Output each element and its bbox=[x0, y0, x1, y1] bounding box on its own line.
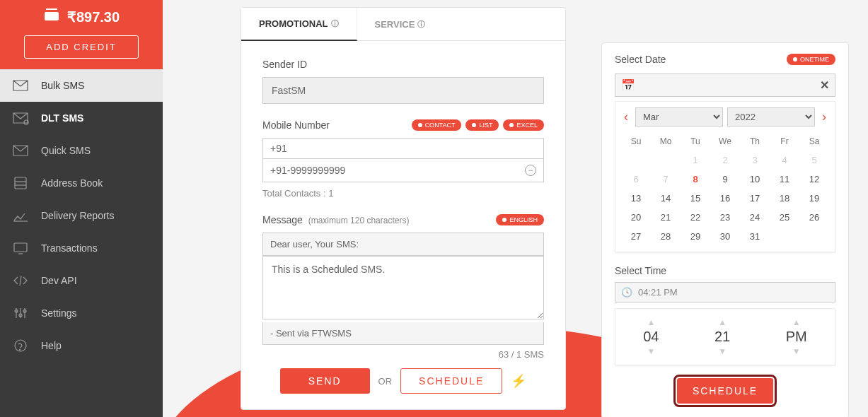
calendar-day[interactable]: 5 bbox=[799, 151, 829, 170]
calendar-day[interactable]: 20 bbox=[621, 208, 651, 227]
time-display[interactable]: 🕓 04:21 PM bbox=[615, 282, 835, 303]
chart-icon bbox=[11, 208, 30, 223]
calendar-day[interactable]: 24 bbox=[740, 208, 770, 227]
mobile-label: Mobile Number bbox=[262, 119, 330, 131]
calendar-day[interactable]: 9 bbox=[710, 170, 740, 189]
sender-id-label: Sender ID bbox=[262, 59, 307, 70]
envelope-icon bbox=[11, 143, 30, 158]
calendar-day[interactable]: 13 bbox=[621, 189, 651, 208]
calendar-day[interactable]: 16 bbox=[710, 189, 740, 208]
svg-point-0 bbox=[54, 16, 56, 18]
calendar-day[interactable]: 12 bbox=[799, 170, 829, 189]
calendar-day[interactable]: 30 bbox=[710, 227, 740, 246]
calendar-day[interactable]: 31 bbox=[740, 227, 770, 246]
calendar-dow: Sa bbox=[799, 132, 829, 151]
message-textarea[interactable] bbox=[262, 256, 544, 319]
calendar-dow: Fr bbox=[770, 132, 799, 151]
prev-month-icon[interactable]: ‹ bbox=[621, 110, 631, 124]
nav-quick-sms[interactable]: Quick SMS bbox=[0, 134, 163, 167]
calendar-day[interactable]: 19 bbox=[799, 189, 829, 208]
bolt-icon[interactable]: ⚡ bbox=[511, 373, 526, 389]
tab-label: SERVICE bbox=[375, 19, 415, 30]
next-month-icon[interactable]: › bbox=[819, 110, 829, 124]
calendar-dow: Su bbox=[621, 132, 651, 151]
calendar-day[interactable]: 3 bbox=[740, 151, 770, 170]
calendar-dow: Mo bbox=[651, 132, 681, 151]
time-value: 04:21 PM bbox=[638, 287, 678, 298]
info-icon: ⓘ bbox=[417, 19, 425, 30]
calendar-day[interactable]: 18 bbox=[770, 189, 799, 208]
calendar-day[interactable]: 7 bbox=[651, 170, 681, 189]
calendar-day bbox=[651, 151, 681, 170]
tabs: PROMOTIONALⓘ SERVICEⓘ bbox=[241, 8, 565, 41]
clear-date-icon[interactable]: ✕ bbox=[820, 78, 829, 92]
onetime-pill[interactable]: ONETIME bbox=[787, 54, 835, 65]
ampm-down-icon[interactable]: ▼ bbox=[792, 346, 801, 356]
date-input[interactable]: 📅 ✕ bbox=[615, 74, 835, 97]
ampm-up-icon[interactable]: ▲ bbox=[792, 317, 801, 327]
nav-transactions[interactable]: Transactions bbox=[0, 232, 163, 264]
confirm-schedule-button[interactable]: SCHEDULE bbox=[677, 378, 773, 404]
clock-icon: 🕓 bbox=[621, 287, 632, 298]
wallet-icon bbox=[43, 7, 60, 27]
calendar-day[interactable]: 2 bbox=[710, 151, 740, 170]
calendar-day[interactable]: 14 bbox=[651, 189, 681, 208]
send-button[interactable]: SEND bbox=[280, 368, 370, 394]
calendar-day[interactable]: 17 bbox=[740, 189, 770, 208]
tab-service[interactable]: SERVICEⓘ bbox=[357, 8, 444, 40]
calendar-dow: Tu bbox=[681, 132, 710, 151]
minute-up-icon[interactable]: ▲ bbox=[718, 317, 727, 327]
nav-delivery-reports[interactable]: Delivery Reports bbox=[0, 199, 163, 232]
nav-help[interactable]: Help bbox=[0, 329, 163, 362]
nav-label: Dev API bbox=[41, 275, 77, 286]
nav-address-book[interactable]: Address Book bbox=[0, 167, 163, 199]
calendar-day[interactable]: 1 bbox=[681, 151, 710, 170]
calendar-day[interactable]: 28 bbox=[651, 227, 681, 246]
calendar: ‹ Mar 2022 › SuMoTuWeThFrSa1234567891011… bbox=[615, 101, 835, 252]
svg-rect-2 bbox=[15, 177, 26, 189]
nav-bulk-sms[interactable]: Bulk SMS bbox=[0, 69, 163, 102]
schedule-button[interactable]: SCHEDULE bbox=[400, 368, 502, 394]
calendar-day[interactable]: 25 bbox=[770, 208, 799, 227]
select-date-title: Select Date bbox=[615, 54, 666, 65]
nav-label: Quick SMS bbox=[41, 145, 91, 156]
month-select[interactable]: Mar bbox=[635, 107, 723, 127]
english-pill[interactable]: ENGLISH bbox=[496, 214, 544, 225]
nav-label: Help bbox=[41, 340, 62, 351]
nav-dlt-sms[interactable]: DLT SMS bbox=[0, 102, 163, 134]
envelope-plus-icon bbox=[11, 111, 30, 125]
list-pill[interactable]: LIST bbox=[465, 119, 499, 131]
calendar-day[interactable]: 15 bbox=[681, 189, 710, 208]
calendar-day[interactable]: 29 bbox=[681, 227, 710, 246]
info-icon: ⓘ bbox=[331, 18, 339, 29]
nav-dev-api[interactable]: Dev API bbox=[0, 264, 163, 297]
hour-up-icon[interactable]: ▲ bbox=[647, 317, 655, 327]
sender-id-input[interactable] bbox=[262, 77, 544, 104]
year-select[interactable]: 2022 bbox=[727, 107, 815, 127]
hour-value: 04 bbox=[643, 329, 659, 345]
hour-down-icon[interactable]: ▼ bbox=[647, 346, 655, 356]
calendar-day[interactable]: 6 bbox=[621, 170, 651, 189]
excel-pill[interactable]: EXCEL bbox=[503, 119, 544, 131]
code-icon bbox=[11, 274, 30, 288]
calendar-day[interactable]: 22 bbox=[681, 208, 710, 227]
wallet-balance: ₹897.30 bbox=[67, 8, 120, 25]
calendar-day[interactable]: 27 bbox=[621, 227, 651, 246]
calendar-day[interactable]: 26 bbox=[799, 208, 829, 227]
contact-pill[interactable]: CONTACT bbox=[412, 119, 462, 131]
calendar-day[interactable]: 23 bbox=[710, 208, 740, 227]
remove-contact-icon[interactable]: − bbox=[525, 165, 536, 176]
calendar-day[interactable]: 10 bbox=[740, 170, 770, 189]
calendar-day[interactable]: 8 bbox=[681, 170, 710, 189]
calendar-grid: SuMoTuWeThFrSa12345678910111213141516171… bbox=[621, 132, 829, 246]
tab-promotional[interactable]: PROMOTIONALⓘ bbox=[241, 8, 357, 41]
calendar-day[interactable]: 4 bbox=[770, 151, 799, 170]
contact-number: +91-9999999999 bbox=[270, 165, 345, 176]
add-credit-button[interactable]: ADD CREDIT bbox=[24, 35, 138, 59]
ampm-value: PM bbox=[786, 329, 807, 345]
calendar-day[interactable]: 11 bbox=[770, 170, 799, 189]
minute-down-icon[interactable]: ▼ bbox=[718, 346, 727, 356]
calendar-day[interactable]: 21 bbox=[651, 208, 681, 227]
nav-settings[interactable]: Settings bbox=[0, 297, 163, 329]
calendar-dow: We bbox=[710, 132, 740, 151]
